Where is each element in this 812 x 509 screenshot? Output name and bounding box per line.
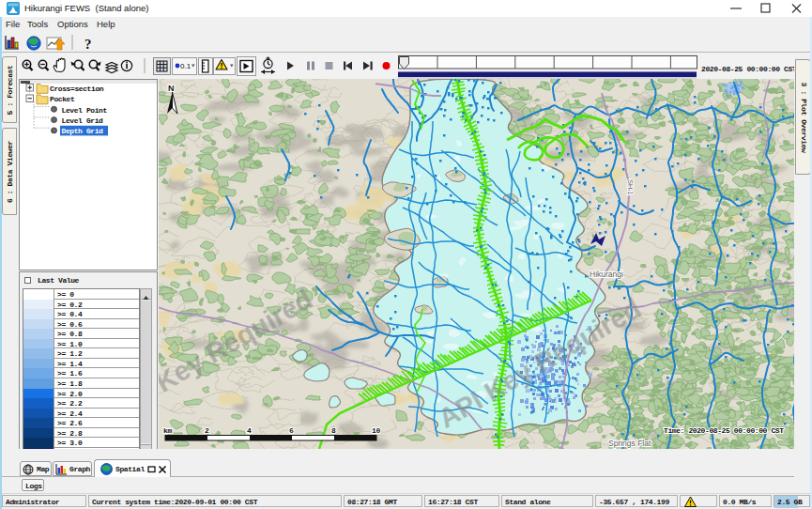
svg-text:2020-08-25 00:00:00 CST: 2020-08-25 00:00:00 CST	[701, 65, 797, 73]
svg-text:km: km	[163, 426, 172, 435]
svg-text:6: 6	[289, 426, 294, 435]
svg-text:Hikurangi: Hikurangi	[590, 270, 623, 279]
svg-text:0.1: 0.1	[180, 62, 192, 70]
svg-text:Depth Grid: Depth Grid	[62, 127, 104, 135]
svg-text:Time: 2020-08-25 00:00:00 CST: Time: 2020-08-25 00:00:00 CST	[664, 426, 784, 435]
svg-text:Level Grid: Level Grid	[62, 116, 104, 125]
svg-text:8: 8	[331, 426, 336, 435]
svg-text:Springs Flat: Springs Flat	[608, 439, 651, 448]
svg-text:Cross=section: Cross=section	[50, 85, 104, 93]
svg-text:4: 4	[247, 426, 252, 435]
svg-text:10: 10	[372, 426, 380, 435]
svg-text:2: 2	[205, 426, 209, 435]
svg-text:N: N	[168, 84, 175, 93]
svg-text:?: ?	[84, 37, 92, 52]
svg-text:Level Point: Level Point	[62, 106, 108, 115]
svg-text:Pocket: Pocket	[50, 95, 75, 103]
svg-text:SH 1: SH 1	[626, 179, 635, 195]
